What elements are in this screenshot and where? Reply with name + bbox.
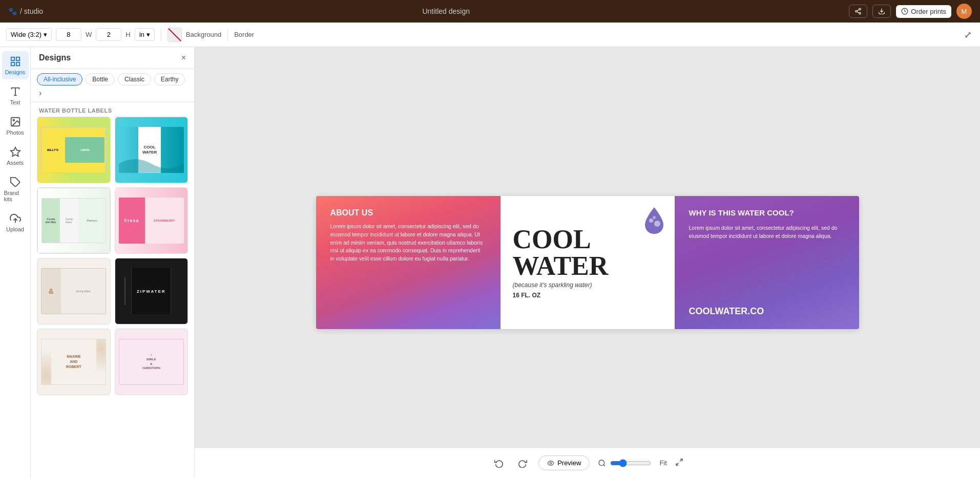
icon-sidebar: Designs Text Photos Assets Brand kits: [0, 47, 31, 478]
height-input[interactable]: [96, 28, 121, 41]
water-drop-icon: [642, 205, 666, 238]
tab-all-inclusive[interactable]: All-inclusive: [37, 73, 82, 85]
share-icon: [854, 8, 862, 15]
about-text: Lorem ipsum dolor sit amet, consectetur …: [330, 223, 486, 263]
cool-url: COOLWATER.CO: [689, 299, 845, 317]
design-card-maxine[interactable]: MAXINEANDROBERT: [37, 329, 111, 395]
tab-earthy[interactable]: Earthy: [154, 73, 185, 85]
sidebar-item-assets[interactable]: Assets: [2, 142, 29, 170]
design-card-inner-8: ♦ EMILE&CHRISTOPH: [115, 329, 188, 395]
design-card-fresa[interactable]: Fresa STRAWBERRY: [115, 187, 189, 254]
tagline: (because it's sparkling water): [513, 281, 592, 289]
height-unit-label: H: [126, 31, 130, 38]
design-card-zipwater[interactable]: ZIPWATER: [115, 258, 189, 324]
order-prints-label: Order prints: [911, 8, 946, 15]
background-swatch[interactable]: [168, 28, 182, 42]
design-card-emile[interactable]: ♦ EMILE&CHRISTOPH: [115, 329, 189, 395]
download-button[interactable]: [872, 5, 891, 18]
photos-icon: [9, 116, 22, 128]
size-preset-label: Wide (3:2): [11, 31, 41, 38]
design-card-inner-5: & Spring Water: [37, 258, 110, 324]
tab-classic[interactable]: Classic: [118, 73, 151, 85]
width-input[interactable]: [56, 28, 81, 41]
drop-svg: [642, 205, 666, 236]
expand-canvas-button[interactable]: ⤢: [962, 27, 974, 42]
preview-icon: [547, 460, 554, 467]
designs-panel-header: Designs ×: [31, 47, 194, 69]
unit-select[interactable]: in ▾: [135, 28, 155, 41]
design-card-inner-2: COOLWATER: [115, 117, 188, 183]
svg-line-26: [680, 459, 682, 462]
svg-line-27: [676, 463, 679, 465]
document-title: Untitled design: [422, 7, 470, 15]
logo: 🐾 / studio: [8, 7, 43, 15]
fit-button[interactable]: Fit: [659, 459, 666, 467]
zoom-slider[interactable]: [610, 459, 651, 467]
design-card-inner-4: Fresa STRAWBERRY: [115, 188, 188, 253]
unit-chevron: ▾: [147, 31, 150, 38]
brand-line1: COOL: [513, 226, 591, 253]
text-sidebar-label: Text: [10, 99, 20, 105]
undo-icon: [494, 459, 504, 468]
topbar: 🐾 / studio Untitled design Order prints …: [0, 0, 980, 23]
label-design[interactable]: ABOUT US Lorem ipsum dolor sit amet, con…: [316, 196, 859, 329]
topbar-actions: Order prints M: [849, 4, 972, 19]
size-label: 16 FL. OZ: [513, 292, 541, 299]
avatar-button[interactable]: M: [956, 4, 972, 19]
size-preset-select[interactable]: Wide (3:2) ▾: [6, 28, 52, 41]
svg-rect-9: [11, 57, 14, 60]
clock-icon: [901, 8, 908, 15]
designs-panel-close-button[interactable]: ×: [181, 53, 186, 62]
sidebar-item-brand-kits[interactable]: Brand kits: [2, 172, 29, 206]
design-card-and[interactable]: & Spring Water: [37, 258, 111, 324]
why-text: Lorem ipsum dolor sit amet, consectetur …: [689, 224, 845, 241]
upload-sidebar-label: Upload: [6, 226, 24, 232]
svg-rect-12: [16, 62, 19, 66]
svg-point-2: [859, 12, 861, 14]
background-color-diagonal: [168, 28, 181, 41]
design-card-teal-waves[interactable]: COOLWATER: [115, 117, 189, 183]
assets-sidebar-label: Assets: [7, 160, 24, 166]
photos-sidebar-label: Photos: [6, 129, 24, 136]
sidebar-item-designs[interactable]: Designs: [2, 51, 29, 79]
preview-button[interactable]: Preview: [538, 455, 590, 470]
size-preset-chevron: ▾: [44, 31, 47, 38]
undo-button[interactable]: [491, 455, 507, 471]
designs-section-label: WATER BOTTLE LABELS: [31, 102, 194, 117]
brand-kits-sidebar-label: Brand kits: [4, 190, 27, 202]
design-card-costa[interactable]: Costadel Mar FamilyWater Premium: [37, 187, 111, 254]
designs-tabs: All-inclusive Bottle Classic Earthy ›: [31, 69, 194, 102]
sidebar-item-text[interactable]: Text: [2, 81, 29, 110]
tab-bottle[interactable]: Bottle: [86, 73, 115, 85]
svg-point-1: [856, 10, 858, 12]
svg-point-16: [13, 119, 14, 121]
designs-icon: [9, 55, 22, 68]
designs-panel-title: Designs: [39, 53, 71, 62]
download-icon: [878, 8, 885, 15]
assets-icon: [9, 146, 22, 158]
tabs-more-button[interactable]: ›: [37, 89, 44, 98]
why-title: WHY IS THIS WATER COOL?: [689, 208, 845, 217]
brand-kits-icon: [9, 176, 22, 188]
svg-point-20: [649, 219, 653, 223]
topbar-left: 🐾 / studio: [8, 7, 43, 15]
fullscreen-button[interactable]: [675, 458, 683, 468]
order-prints-button[interactable]: Order prints: [896, 5, 951, 18]
logo-symbol: 🐾: [8, 7, 17, 15]
design-card-billys[interactable]: BILLY'S LEMON: [37, 117, 111, 183]
design-card-inner-6: ZIPWATER: [115, 258, 188, 324]
main-layout: Designs Text Photos Assets Brand kits: [0, 47, 980, 478]
design-card-inner-7: MAXINEANDROBERT: [37, 329, 110, 395]
unit-label: in: [139, 31, 144, 38]
sidebar-item-upload[interactable]: Upload: [2, 208, 29, 236]
svg-point-22: [653, 216, 656, 219]
svg-point-23: [550, 462, 552, 464]
redo-button[interactable]: [515, 455, 530, 471]
svg-rect-11: [11, 62, 14, 66]
sidebar-item-photos[interactable]: Photos: [2, 112, 29, 140]
zoom-icon: [598, 459, 606, 467]
svg-line-25: [603, 465, 605, 466]
svg-line-3: [857, 12, 859, 13]
zoom-area: [598, 459, 651, 467]
share-button[interactable]: [849, 5, 867, 18]
